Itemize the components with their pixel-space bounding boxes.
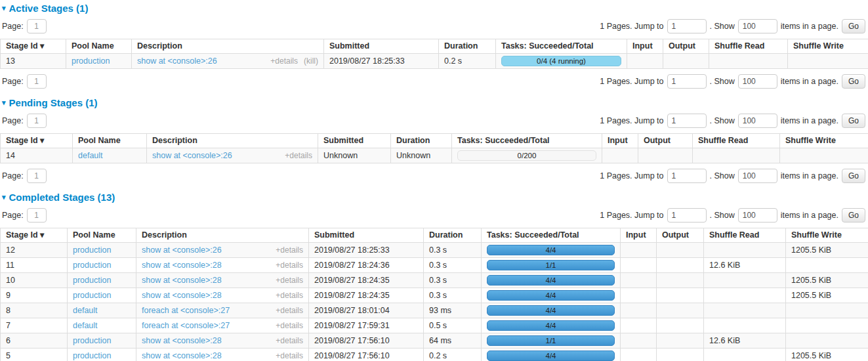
column-header-description[interactable]: Description [136, 228, 309, 243]
column-header-shuffle-write[interactable]: Shuffle Write [786, 228, 868, 243]
task-progress-bar: 0/200 [457, 150, 596, 161]
pool-name-link[interactable]: default [78, 151, 103, 160]
shuffle-read-cell [704, 288, 786, 303]
pool-name-link[interactable]: production [73, 336, 111, 345]
details-toggle[interactable]: +details [276, 320, 303, 331]
description-link[interactable]: show at <console>:26 [137, 56, 217, 67]
pool-name-link[interactable]: default [73, 321, 98, 330]
column-header-pool-name[interactable]: Pool Name [66, 39, 132, 54]
details-toggle[interactable]: +details [285, 150, 312, 161]
column-header-stage-id[interactable]: Stage Id ▾ [1, 39, 66, 54]
column-header-input[interactable]: Input [621, 228, 657, 243]
page-number-input[interactable] [27, 74, 47, 89]
description-link[interactable]: show at <console>:28 [142, 335, 222, 347]
input-cell [621, 258, 657, 273]
description-cell: foreach at <console>:27+details [136, 318, 309, 333]
column-header-pool-name[interactable]: Pool Name [73, 134, 147, 148]
description-link[interactable]: foreach at <console>:27 [142, 305, 230, 316]
kill-link[interactable]: (kill) [304, 56, 318, 67]
column-header-output[interactable]: Output [657, 228, 704, 243]
pool-name-cell: production [68, 349, 136, 361]
go-button[interactable]: Go [842, 19, 865, 33]
description-link[interactable]: show at <console>:28 [142, 275, 222, 286]
description-link[interactable]: show at <console>:26 [142, 245, 222, 256]
column-header-pool-name[interactable]: Pool Name [68, 228, 136, 243]
jump-to-input[interactable] [667, 208, 707, 223]
jump-to-input[interactable] [667, 74, 707, 89]
shuffle-write-cell: 1205.5 KiB [786, 288, 868, 303]
description-link[interactable]: show at <console>:28 [142, 290, 222, 301]
details-toggle[interactable]: +details [276, 245, 303, 256]
column-header-input[interactable]: Input [627, 39, 663, 54]
page-number-input[interactable] [27, 114, 47, 128]
submitted-cell: 2019/08/27 18:24:35 [309, 273, 424, 288]
pool-name-link[interactable]: production [72, 56, 110, 66]
table-row-stage-8: 8defaultforeach at <console>:27+details2… [1, 303, 868, 318]
details-toggle[interactable]: +details [276, 335, 303, 347]
page-number-input[interactable] [27, 208, 47, 223]
column-header-tasks[interactable]: Tasks: Succeeded/Total [496, 39, 627, 54]
pool-name-link[interactable]: production [73, 276, 111, 285]
jump-to-input[interactable] [667, 114, 707, 128]
pool-name-link[interactable]: production [73, 351, 111, 360]
pool-name-link[interactable]: production [73, 291, 111, 300]
output-cell [657, 288, 704, 303]
column-header-shuffle-read[interactable]: Shuffle Read [693, 134, 780, 148]
column-header-tasks[interactable]: Tasks: Succeeded/Total [452, 134, 602, 148]
task-progress-bar: 4/4 [487, 320, 615, 331]
page-number-input[interactable] [27, 19, 47, 33]
task-progress-bar: 1/1 [487, 260, 615, 270]
section-pending-stages: ▾ Pending Stages (1) Page:1 Pages. Jump … [0, 97, 868, 184]
column-header-submitted[interactable]: Submitted [324, 39, 439, 54]
go-button[interactable]: Go [842, 169, 865, 183]
pool-name-link[interactable]: default [73, 306, 98, 315]
column-header-shuffle-write[interactable]: Shuffle Write [788, 39, 868, 54]
description-link[interactable]: show at <console>:26 [152, 150, 232, 161]
column-header-duration[interactable]: Duration [439, 39, 496, 54]
column-header-submitted[interactable]: Submitted [318, 134, 391, 148]
details-toggle[interactable]: +details [276, 275, 303, 286]
section-header-completed[interactable]: ▾ Completed Stages (13) [2, 192, 868, 203]
show-count-input[interactable] [738, 114, 777, 128]
section-header-pending[interactable]: ▾ Pending Stages (1) [2, 97, 868, 108]
details-toggle[interactable]: +details [270, 56, 298, 67]
section-header-active[interactable]: ▾ Active Stages (1) [2, 3, 868, 14]
column-header-output[interactable]: Output [638, 134, 693, 148]
jump-to-input[interactable] [667, 19, 707, 33]
column-header-description[interactable]: Description [132, 39, 324, 54]
column-header-description[interactable]: Description [147, 134, 318, 148]
pool-name-link[interactable]: production [73, 245, 111, 255]
column-header-stage-id[interactable]: Stage Id ▾ [1, 228, 68, 243]
show-count-input[interactable] [738, 19, 777, 33]
go-button[interactable]: Go [842, 74, 865, 89]
column-header-duration[interactable]: Duration [424, 228, 482, 243]
column-header-input[interactable]: Input [602, 134, 638, 148]
column-header-submitted[interactable]: Submitted [309, 228, 424, 243]
details-toggle[interactable]: +details [276, 260, 303, 271]
show-count-input[interactable] [738, 169, 777, 183]
column-header-shuffle-read[interactable]: Shuffle Read [704, 228, 786, 243]
description-link[interactable]: show at <console>:28 [142, 350, 222, 361]
tasks-cell: 4/4 [482, 318, 621, 333]
go-button[interactable]: Go [842, 208, 865, 223]
description-link[interactable]: foreach at <console>:27 [142, 320, 230, 331]
details-toggle[interactable]: +details [276, 305, 303, 316]
submitted-cell: 2019/08/27 17:56:10 [309, 333, 424, 349]
collapse-arrow-icon: ▾ [2, 3, 6, 14]
show-count-input[interactable] [738, 208, 777, 223]
details-toggle[interactable]: +details [276, 350, 303, 361]
pool-name-link[interactable]: production [73, 261, 111, 270]
column-header-shuffle-write[interactable]: Shuffle Write [780, 134, 868, 148]
column-header-output[interactable]: Output [663, 39, 709, 54]
column-header-tasks[interactable]: Tasks: Succeeded/Total [482, 228, 621, 243]
jump-to-input[interactable] [667, 169, 707, 183]
column-header-shuffle-read[interactable]: Shuffle Read [709, 39, 788, 54]
show-count-input[interactable] [738, 74, 777, 89]
tasks-cell: 4/4 [482, 303, 621, 318]
page-number-input[interactable] [27, 169, 47, 183]
details-toggle[interactable]: +details [276, 290, 303, 301]
column-header-stage-id[interactable]: Stage Id ▾ [1, 134, 73, 148]
description-link[interactable]: show at <console>:28 [142, 260, 222, 271]
column-header-duration[interactable]: Duration [391, 134, 452, 148]
go-button[interactable]: Go [842, 114, 865, 128]
